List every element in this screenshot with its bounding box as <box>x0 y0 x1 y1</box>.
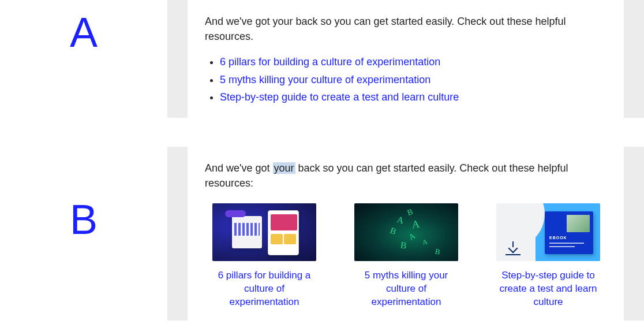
decorative-glyph: B <box>400 240 407 251</box>
resource-link[interactable]: 6 pillars for building a culture of expe… <box>220 56 440 68</box>
variant-a-panel: And we've got your back so you can get s… <box>188 0 624 118</box>
decorative-arc <box>496 203 545 248</box>
download-icon-line <box>506 254 521 255</box>
variant-a-row: A And we've got your back so you can get… <box>0 0 644 118</box>
variant-b-row: B And we've got your back so you can get… <box>0 147 644 321</box>
variant-a-label-col: A <box>0 0 167 53</box>
intro-text-b: And we've got your back so you can get s… <box>205 161 608 191</box>
download-icon <box>508 241 518 252</box>
resource-link[interactable]: 6 pillars for building a culture of expe… <box>212 269 316 309</box>
resource-cards: 6 pillars for building a culture of expe… <box>205 203 608 309</box>
decorative-glyph: A <box>396 214 405 226</box>
resource-card: B A A B A B A B 5 myths killing your cul… <box>347 203 466 309</box>
right-gutter <box>624 147 644 321</box>
right-gutter <box>624 0 644 118</box>
decorative-glyph: B <box>406 207 414 218</box>
card-thumbnail[interactable]: EBOOK <box>496 203 600 261</box>
intro-text-a: And we've got your back so you can get s… <box>205 14 608 44</box>
list-item: 5 myths killing your culture of experime… <box>220 71 608 89</box>
resource-link[interactable]: Step-by-step guide to create a test and … <box>220 91 459 103</box>
variant-b-panel-wrap: And we've got your back so you can get s… <box>167 147 644 321</box>
variant-b-label-col: B <box>0 147 167 240</box>
resource-card: EBOOK Step-by-step guide to create a tes… <box>489 203 608 309</box>
card-thumbnail[interactable] <box>212 203 316 261</box>
decorative-glyph: A <box>421 237 428 247</box>
mock-chart-icon <box>232 216 262 248</box>
decorative-glyph: B <box>388 226 398 237</box>
variant-a-label: A <box>70 12 98 53</box>
resource-link[interactable]: 5 myths killing your culture of experime… <box>220 74 430 85</box>
decorative-glyph: B <box>435 247 441 257</box>
list-item: Step-by-step guide to create a test and … <box>220 88 608 106</box>
ebook-cover-icon: EBOOK <box>545 211 593 254</box>
intro-highlight: your <box>273 162 295 174</box>
variant-b-label: B <box>70 199 98 240</box>
resource-card: 6 pillars for building a culture of expe… <box>205 203 324 309</box>
variant-a-panel-wrap: And we've got your back so you can get s… <box>167 0 644 118</box>
ebook-tag: EBOOK <box>549 236 567 240</box>
resource-link[interactable]: 5 myths killing your culture of experime… <box>354 269 458 309</box>
decorative-glyph: A <box>411 218 420 231</box>
decorative-glyph: A <box>407 232 417 243</box>
resource-list: 6 pillars for building a culture of expe… <box>220 53 608 106</box>
mock-phone-icon <box>268 210 299 255</box>
left-gutter <box>167 147 188 321</box>
intro-text-b-pre: And we've got <box>205 162 273 174</box>
variant-b-panel: And we've got your back so you can get s… <box>188 147 624 321</box>
left-gutter <box>167 0 188 118</box>
resource-link[interactable]: Step-by-step guide to create a test and … <box>496 269 600 309</box>
list-item: 6 pillars for building a culture of expe… <box>220 53 608 71</box>
card-thumbnail[interactable]: B A A B A B A B <box>354 203 458 261</box>
